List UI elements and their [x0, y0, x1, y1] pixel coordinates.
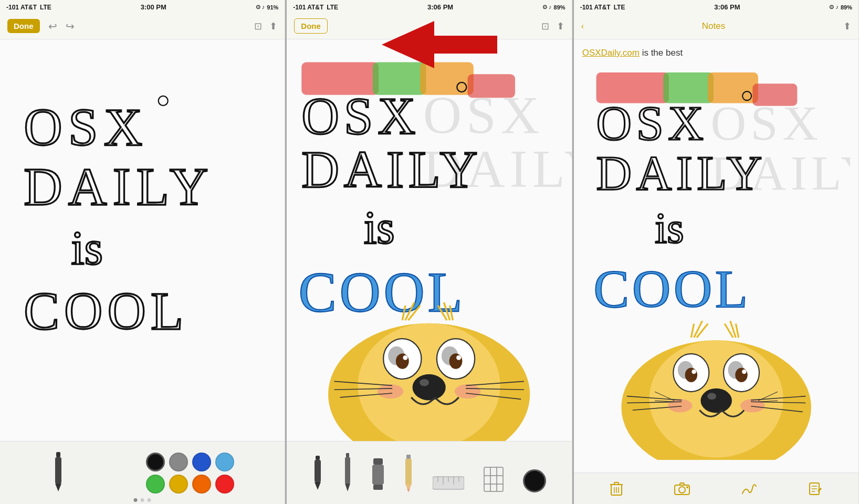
panel2-nav-bar: Done ⊡ ⬆ — [287, 13, 571, 39]
svg-text:is: is — [655, 204, 684, 252]
panel3-drawing-svg: OSX DAILY OSX DAILY is COOL — [582, 65, 850, 460]
panel2-pencil-tool[interactable] — [404, 455, 413, 492]
panel2-status-right: ⊙ ♪ 89% — [542, 4, 565, 10]
panel2-expand-icon: ⊡ — [541, 20, 549, 32]
panel1-color-row1 — [146, 453, 234, 471]
panel3-trash-button[interactable] — [610, 481, 623, 496]
svg-text:COOL: COOL — [24, 281, 188, 341]
panel1-redo-button[interactable]: ↪ — [66, 20, 75, 33]
panel3-signature-button[interactable] — [741, 482, 757, 496]
svg-point-28 — [449, 353, 463, 369]
svg-point-34 — [455, 384, 481, 398]
panel2-share-button[interactable]: ⬆ — [557, 20, 564, 32]
share-icon: ⬆ — [269, 20, 277, 32]
panel1-status-right: ⊙ ♪ 91% — [256, 4, 279, 10]
panel2-grid-tool[interactable] — [483, 466, 504, 492]
panel3-link-text[interactable]: OSXDaily.com — [582, 48, 640, 58]
panel3-back-button[interactable]: ‹ — [581, 22, 584, 31]
svg-point-90 — [692, 370, 696, 374]
svg-text:DAILY: DAILY — [596, 146, 766, 200]
panel2-marker-tool[interactable] — [312, 456, 323, 492]
svg-rect-48 — [315, 460, 321, 482]
panel1-color-row2 — [146, 475, 234, 494]
svg-point-29 — [403, 355, 408, 360]
panel2-battery: 89% — [554, 4, 565, 10]
panel2-marker2-icon — [371, 458, 385, 492]
panel3-edit-button[interactable] — [809, 482, 822, 496]
color-blue[interactable] — [192, 453, 211, 471]
panel2-color-picker[interactable] — [523, 469, 546, 492]
panel3-share-icon: ⬆ — [843, 20, 851, 32]
panel2-time: 3:06 PM — [427, 3, 453, 11]
panel1-toolbar — [0, 441, 285, 504]
camera-icon — [674, 482, 690, 496]
panel1-network: LTE — [40, 4, 51, 11]
color-black[interactable] — [146, 453, 165, 471]
panel2-grid-icon — [483, 466, 504, 492]
svg-marker-52 — [345, 484, 350, 491]
undo-icon: ↩ — [48, 20, 57, 33]
dot-1 — [134, 498, 138, 502]
panel1-expand-button[interactable]: ⊡ — [254, 20, 262, 32]
panel1-page-indicators — [134, 498, 151, 502]
panel2-done-button[interactable]: Done — [294, 18, 328, 34]
panel1: -101 AT&T LTE 3:00 PM ⊙ ♪ 91% Done ↩ ↪ ⊡… — [0, 0, 285, 504]
panel2-ruler-icon — [433, 474, 464, 492]
svg-text:OSX: OSX — [596, 96, 708, 150]
panel1-marker-tool[interactable] — [51, 452, 66, 494]
svg-point-30 — [456, 355, 461, 360]
svg-text:DAILY: DAILY — [302, 140, 483, 198]
panel3-drawing-container: OSX DAILY OSX DAILY is COOL — [582, 65, 850, 460]
svg-point-27 — [396, 353, 409, 369]
panel1-status-icons: ⊙ ♪ — [256, 4, 265, 10]
svg-text:DAILY: DAILY — [24, 157, 214, 216]
color-orange[interactable] — [192, 475, 211, 494]
panel2-ruler-tool[interactable] — [433, 474, 464, 492]
panel3-share-button[interactable]: ⬆ — [843, 20, 851, 32]
panel2-expand-button[interactable]: ⊡ — [541, 20, 549, 32]
svg-point-93 — [707, 393, 716, 400]
panel1-undo-button[interactable]: ↩ — [48, 20, 57, 33]
panel1-share-button[interactable]: ⬆ — [269, 20, 277, 32]
svg-rect-53 — [373, 458, 383, 465]
panel2-canvas[interactable]: OSX DAILY OSX DAILY is COOL — [287, 39, 571, 441]
color-red[interactable] — [215, 475, 234, 494]
panel2-toolbar — [287, 441, 571, 504]
color-yellow[interactable] — [169, 475, 188, 494]
svg-text:is: is — [364, 202, 395, 253]
panel1-done-button[interactable]: Done — [7, 19, 40, 33]
svg-marker-59 — [407, 489, 410, 492]
svg-text:OSX: OSX — [423, 86, 544, 145]
color-green[interactable] — [146, 475, 165, 494]
panel3-camera-button[interactable] — [674, 482, 690, 496]
panel2-pen-icon — [343, 453, 352, 492]
panel2-pen-tool[interactable] — [343, 453, 352, 492]
svg-point-2 — [159, 96, 168, 106]
expand-icon: ⊡ — [254, 20, 262, 32]
svg-line-105 — [736, 323, 738, 338]
svg-point-33 — [378, 384, 404, 398]
svg-point-94 — [667, 399, 692, 413]
panel2-marker-icon — [312, 456, 323, 492]
marker-icon — [51, 452, 66, 494]
panel3-status-left: -101 AT&T LTE — [580, 4, 625, 11]
svg-rect-57 — [405, 459, 412, 484]
svg-point-91 — [742, 370, 747, 374]
svg-marker-49 — [315, 482, 321, 490]
svg-point-95 — [740, 399, 765, 413]
svg-point-119 — [679, 487, 685, 493]
panel1-canvas[interactable]: OSX DAILY is COOL — [0, 39, 285, 441]
panel2-status-icons: ⊙ ♪ — [542, 4, 552, 10]
svg-point-92 — [700, 388, 732, 413]
panel2-share-icon: ⬆ — [557, 20, 564, 32]
color-lightblue[interactable] — [215, 453, 234, 471]
svg-rect-114 — [614, 482, 619, 485]
color-gray[interactable] — [169, 453, 188, 471]
panel3-status-bar: -101 AT&T LTE 3:06 PM ⊙ ♪ 89% — [574, 0, 858, 13]
svg-text:OSX: OSX — [302, 87, 421, 145]
panel2-carrier: -101 AT&T — [293, 4, 323, 11]
panel2-marker2-tool[interactable] — [371, 458, 385, 492]
svg-point-89 — [735, 368, 747, 382]
svg-rect-50 — [346, 453, 349, 457]
panel1-nav-left: Done ↩ ↪ — [7, 19, 75, 33]
